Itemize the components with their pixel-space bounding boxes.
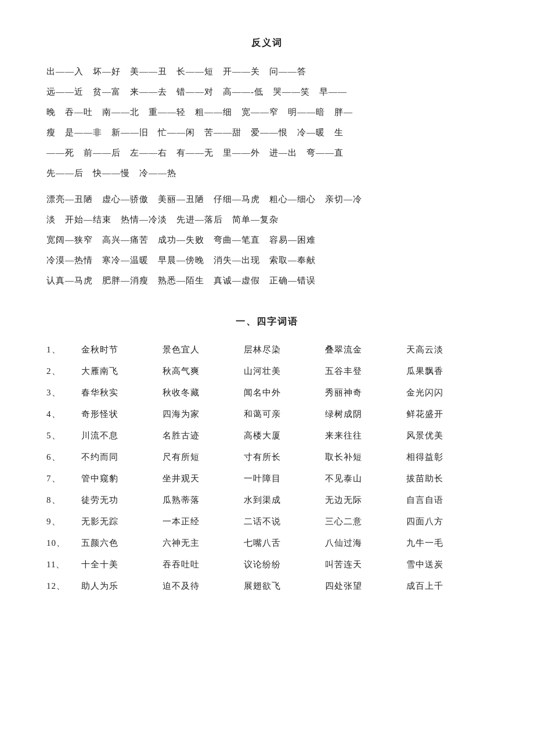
vocab-word: 三心二意 xyxy=(325,514,383,530)
vocab-word: 川流不息 xyxy=(81,428,139,444)
vocab-title: 一、四字词语 xyxy=(46,314,488,330)
vocab-word: 徒劳无功 xyxy=(81,492,139,508)
vocab-word: 一本正经 xyxy=(163,514,221,530)
vocab-num: 7、 xyxy=(46,471,81,487)
vocab-word: 来来往往 xyxy=(325,428,383,444)
vocab-words: 助人为乐迫不及待展翅欲飞四处张望成百上千 xyxy=(81,578,464,594)
vocab-word: 四海为家 xyxy=(163,406,221,422)
vocab-word: 鲜花盛开 xyxy=(406,406,464,422)
vocab-words: 大雁南飞秋高气爽山河壮美五谷丰登瓜果飘香 xyxy=(81,363,464,379)
vocab-item: 12、助人为乐迫不及待展翅欲飞四处张望成百上千 xyxy=(46,578,488,594)
vocab-num: 2、 xyxy=(46,363,81,379)
vocab-word: 和蔼可亲 xyxy=(244,406,302,422)
vocab-words: 奇形怪状四海为家和蔼可亲绿树成阴鲜花盛开 xyxy=(81,406,464,422)
vocab-words: 五颜六色六神无主七嘴八舌八仙过海九牛一毛 xyxy=(81,535,464,551)
vocab-word: 尺有所短 xyxy=(163,449,221,465)
vocab-item: 8、徒劳无功瓜熟蒂落水到渠成无边无际自言自语 xyxy=(46,492,488,508)
vocab-word: 金秋时节 xyxy=(81,342,139,358)
vocab-word: 四面八方 xyxy=(406,514,464,530)
antonyms-line-1: 出——入 坏—好 美——丑 长——短 开——关 问——答 xyxy=(46,62,488,81)
vocab-word: 春华秋实 xyxy=(81,385,139,401)
vocab-word: 叫苦连天 xyxy=(325,557,383,573)
vocab-item: 11、十全十美吞吞吐吐议论纷纷叫苦连天雪中送炭 xyxy=(46,557,488,573)
vocab-word: 助人为乐 xyxy=(81,578,139,594)
vocab-word: 秀丽神奇 xyxy=(325,385,383,401)
vocab-word: 展翅欲飞 xyxy=(244,578,302,594)
vocab-word: 瓜果飘香 xyxy=(406,363,464,379)
vocab-num: 10、 xyxy=(46,535,81,551)
vocab-num: 3、 xyxy=(46,385,81,401)
vocab-num: 4、 xyxy=(46,406,81,422)
antonyms-compound-4: 冷漠—热情 寒冷—温暖 早晨—傍晚 消失—出现 索取—奉献 xyxy=(46,251,488,270)
vocab-word: 瓜熟蒂落 xyxy=(163,492,221,508)
vocab-word: 天高云淡 xyxy=(406,342,464,358)
vocab-item: 9、无影无踪一本正经二话不说三心二意四面八方 xyxy=(46,514,488,530)
vocab-words: 无影无踪一本正经二话不说三心二意四面八方 xyxy=(81,514,464,530)
antonyms-line-2: 远——近 贫—富 来——去 错——对 高——-低 哭——笑 早—— xyxy=(46,82,488,102)
vocab-word: 层林尽染 xyxy=(244,342,302,358)
vocab-words: 金秋时节景色宜人层林尽染叠翠流金天高云淡 xyxy=(81,342,464,358)
vocab-word: 秋收冬藏 xyxy=(163,385,221,401)
vocab-word: 二话不说 xyxy=(244,514,302,530)
vocab-num: 8、 xyxy=(46,492,81,508)
vocab-word: 成百上千 xyxy=(406,578,464,594)
vocab-word: 风景优美 xyxy=(406,428,464,444)
antonyms-compound-lines: 漂亮—丑陋 虚心—骄傲 美丽—丑陋 仔细—马虎 粗心—细心 亲切—冷 淡 开始—… xyxy=(46,190,488,290)
vocab-word: 自言自语 xyxy=(406,492,464,508)
antonyms-section: 反义词 出——入 坏—好 美——丑 长——短 开——关 问——答 远——近 贫—… xyxy=(46,35,488,290)
vocab-num: 5、 xyxy=(46,428,81,444)
vocab-word: 景色宜人 xyxy=(163,342,221,358)
antonyms-line-3: 晚 吞—吐 南——北 重——轻 粗——细 宽——窄 明——暗 胖— xyxy=(46,103,488,122)
vocab-section: 一、四字词语 1、金秋时节景色宜人层林尽染叠翠流金天高云淡2、大雁南飞秋高气爽山… xyxy=(46,314,488,594)
antonyms-line-5: ——死 前——后 左——右 有——无 里——外 进—出 弯——直 xyxy=(46,143,488,163)
vocab-word: 议论纷纷 xyxy=(244,557,302,573)
vocab-word: 管中窥豹 xyxy=(81,471,139,487)
antonyms-compound-3: 宽阔—狭窄 高兴—痛苦 成功—失败 弯曲—笔直 容易—困难 xyxy=(46,231,488,250)
vocab-word: 十全十美 xyxy=(81,557,139,573)
vocab-words: 十全十美吞吞吐吐议论纷纷叫苦连天雪中送炭 xyxy=(81,557,464,573)
vocab-num: 11、 xyxy=(46,557,81,573)
vocab-item: 6、不约而同尺有所短寸有所长取长补短相得益彰 xyxy=(46,449,488,465)
vocab-word: 秋高气爽 xyxy=(163,363,221,379)
vocab-word: 吞吞吐吐 xyxy=(163,557,221,573)
vocab-word: 五颜六色 xyxy=(81,535,139,551)
antonyms-compound-5: 认真—马虎 肥胖—消瘦 熟悉—陌生 真诚—虚假 正确—错误 xyxy=(46,271,488,290)
vocab-word: 无影无踪 xyxy=(81,514,139,530)
vocab-word: 相得益彰 xyxy=(406,449,464,465)
vocab-word: 取长补短 xyxy=(325,449,383,465)
vocab-word: 不约而同 xyxy=(81,449,139,465)
vocab-word: 九牛一毛 xyxy=(406,535,464,551)
vocab-word: 雪中送炭 xyxy=(406,557,464,573)
vocab-word: 大雁南飞 xyxy=(81,363,139,379)
vocab-word: 寸有所长 xyxy=(244,449,302,465)
vocab-word: 四处张望 xyxy=(325,578,383,594)
vocab-item: 5、川流不息名胜古迹高楼大厦来来往往风景优美 xyxy=(46,428,488,444)
vocab-word: 七嘴八舌 xyxy=(244,535,302,551)
vocab-words: 春华秋实秋收冬藏闻名中外秀丽神奇金光闪闪 xyxy=(81,385,464,401)
vocab-item: 4、奇形怪状四海为家和蔼可亲绿树成阴鲜花盛开 xyxy=(46,406,488,422)
vocab-num: 6、 xyxy=(46,449,81,465)
vocab-word: 金光闪闪 xyxy=(406,385,464,401)
vocab-item: 2、大雁南飞秋高气爽山河壮美五谷丰登瓜果飘香 xyxy=(46,363,488,379)
vocab-num: 9、 xyxy=(46,514,81,530)
antonyms-line-6: 先——后 快——慢 冷——热 xyxy=(46,164,488,183)
vocab-word: 绿树成阴 xyxy=(325,406,383,422)
antonyms-simple-lines: 出——入 坏—好 美——丑 长——短 开——关 问——答 远——近 贫—富 来—… xyxy=(46,62,488,183)
vocab-word: 高楼大厦 xyxy=(244,428,302,444)
vocab-item: 7、管中窥豹坐井观天一叶障目不见泰山拔苗助长 xyxy=(46,471,488,487)
vocab-word: 奇形怪状 xyxy=(81,406,139,422)
vocab-word: 闻名中外 xyxy=(244,385,302,401)
vocab-word: 一叶障目 xyxy=(244,471,302,487)
vocab-word: 六神无主 xyxy=(163,535,221,551)
vocab-item: 1、金秋时节景色宜人层林尽染叠翠流金天高云淡 xyxy=(46,342,488,358)
vocab-word: 不见泰山 xyxy=(325,471,383,487)
vocab-word: 八仙过海 xyxy=(325,535,383,551)
vocab-word: 山河壮美 xyxy=(244,363,302,379)
vocab-word: 无边无际 xyxy=(325,492,383,508)
vocab-word: 迫不及待 xyxy=(163,578,221,594)
vocab-word: 坐井观天 xyxy=(163,471,221,487)
vocab-words: 徒劳无功瓜熟蒂落水到渠成无边无际自言自语 xyxy=(81,492,464,508)
vocab-num: 12、 xyxy=(46,578,81,594)
antonyms-compound-2: 淡 开始—结束 热情—冷淡 先进—落后 简单—复杂 xyxy=(46,210,488,229)
vocab-num: 1、 xyxy=(46,342,81,358)
